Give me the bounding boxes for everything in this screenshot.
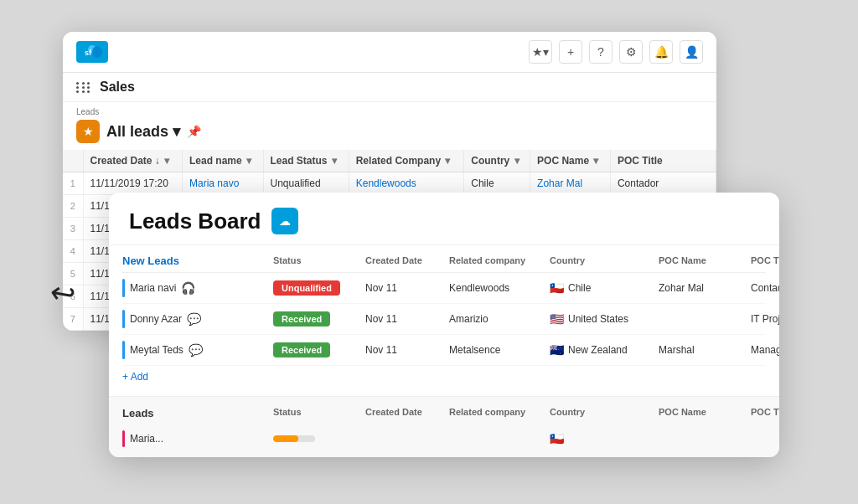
- lead-color-indicator: [122, 310, 125, 328]
- col-country[interactable]: Country ▾: [464, 150, 530, 172]
- created-date-cell: Nov 11: [365, 313, 449, 325]
- page-title-bar: ★ All leads ▾ 📌: [63, 120, 716, 150]
- cell-poc-name[interactable]: Zohar Mal: [530, 172, 611, 195]
- footer-section-label: Leads: [122, 407, 273, 420]
- add-row-button[interactable]: + Add: [122, 366, 766, 386]
- pin-icon[interactable]: 📌: [187, 125, 201, 138]
- leads-board-window: Leads Board ☁ New Leads Status Created D…: [109, 193, 779, 457]
- col-header-created-date: Created Date: [365, 255, 449, 265]
- col-header-status: Status: [273, 255, 365, 265]
- cell-related-company[interactable]: Kendlewoods: [349, 172, 464, 195]
- country-cell: 🇳🇿 New Zealand: [550, 343, 659, 357]
- board-footer: Leads Status Created Date Related compan…: [109, 396, 779, 457]
- board-title: Leads Board: [129, 208, 261, 234]
- status-cell: Unqualified: [273, 280, 365, 296]
- poc-title-cell: Contador: [751, 282, 779, 294]
- col-created-date[interactable]: Created Date ↓ ▾: [83, 150, 182, 172]
- message-icon[interactable]: 💬: [189, 343, 203, 357]
- footer-col-created-date: Created Date: [365, 407, 449, 424]
- nav-title: Sales: [100, 80, 135, 95]
- add-button[interactable]: +: [559, 40, 582, 64]
- poc-name-cell: Marshal: [659, 344, 751, 356]
- related-company-cell: Amarizio: [449, 313, 550, 325]
- board-header: Leads Board ☁: [109, 193, 779, 245]
- lead-name-cell: Donny Azar 💬: [122, 310, 273, 328]
- help-button[interactable]: ?: [589, 40, 612, 64]
- svg-text:sf: sf: [85, 49, 92, 57]
- country-cell: 🇨🇱 Chile: [550, 281, 659, 295]
- country-name: New Zealand: [568, 344, 628, 356]
- country-flag: 🇺🇸: [550, 312, 564, 326]
- footer-col-country: Country: [550, 407, 659, 424]
- row-number: 4: [63, 240, 83, 263]
- lead-name-cell: Maria navi 🎧: [122, 279, 273, 297]
- footer-col-related-company: Related company: [449, 407, 550, 424]
- star-button[interactable]: ★: [76, 120, 100, 143]
- country-flag: 🇨🇱: [550, 281, 564, 295]
- col-header-new-leads: New Leads: [122, 255, 273, 267]
- lead-name-cell: Meytal Teds 💬: [122, 341, 273, 359]
- settings-button[interactable]: ⚙: [619, 40, 643, 64]
- lead-color-indicator: [122, 279, 125, 297]
- status-badge: Received: [273, 311, 330, 327]
- footer-col-poc-name: POC Name: [659, 407, 751, 424]
- cell-created-date: 11/11/2019 17:20: [83, 172, 182, 195]
- board-row: Maria navi 🎧 Unqualified Nov 11 Kendlewo…: [122, 273, 766, 304]
- footer-col-poc-title: POC Title: [751, 407, 779, 424]
- salesforce-logo: sf: [76, 41, 108, 63]
- lead-name: Meytal Teds: [130, 344, 183, 356]
- col-row-num: [63, 150, 83, 172]
- table-header-row: Created Date ↓ ▾ Lead name ▾ Lead Status…: [63, 150, 716, 172]
- col-related-company[interactable]: Related Company ▾: [349, 150, 464, 172]
- status-cell: Received: [273, 342, 365, 357]
- col-poc-name[interactable]: POC Name ▾: [530, 150, 611, 172]
- country-flag: 🇳🇿: [550, 343, 564, 357]
- footer-preview-row: Maria... 🇨🇱: [122, 427, 766, 450]
- related-company-cell: Metalsence: [449, 344, 550, 356]
- country-name: United States: [568, 313, 628, 325]
- poc-name-cell: Zohar Mal: [659, 282, 751, 294]
- breadcrumb: Leads: [63, 102, 716, 120]
- board-row: Meytal Teds 💬 Received Nov 11 Metalsence…: [122, 335, 766, 366]
- favorites-button[interactable]: ★▾: [529, 40, 552, 64]
- lead-name: Donny Azar: [130, 313, 182, 325]
- footer-columns: Leads Status Created Date Related compan…: [122, 404, 766, 427]
- poc-title-cell: IT Project Manager: [751, 313, 779, 325]
- col-header-poc-title: POC Title: [751, 255, 779, 265]
- board-row: Donny Azar 💬 Received Nov 11 Amarizio 🇺🇸…: [122, 304, 766, 335]
- country-cell: 🇺🇸 United States: [550, 312, 659, 326]
- related-company-cell: Kendlewoods: [449, 282, 550, 294]
- created-date-cell: Nov 11: [365, 344, 449, 356]
- created-date-cell: Nov 11: [365, 282, 449, 294]
- status-badge: Unqualified: [273, 280, 340, 296]
- board-content: New Leads Status Created Date Related co…: [109, 245, 779, 396]
- lead-color-indicator: [122, 341, 125, 359]
- cell-country: Chile: [464, 172, 530, 195]
- poc-title-cell: Manager: [751, 344, 779, 356]
- col-lead-name[interactable]: Lead name ▾: [182, 150, 263, 172]
- svg-point-2: [92, 46, 102, 58]
- row-number: 2: [63, 195, 83, 218]
- message-icon[interactable]: 💬: [187, 312, 201, 326]
- country-name: Chile: [568, 282, 591, 294]
- status-cell: Received: [273, 311, 365, 327]
- header-icons: ★▾ + ? ⚙ 🔔 👤: [529, 40, 703, 64]
- col-poc-title[interactable]: POC Title: [610, 150, 716, 172]
- col-lead-status[interactable]: Lead Status ▾: [263, 150, 349, 172]
- lead-name: Maria navi: [130, 282, 176, 294]
- notifications-button[interactable]: 🔔: [649, 40, 673, 64]
- board-rows: Maria navi 🎧 Unqualified Nov 11 Kendlewo…: [122, 273, 766, 366]
- col-header-poc-name: POC Name: [659, 255, 751, 265]
- app-launcher-icon[interactable]: [76, 82, 91, 93]
- message-icon[interactable]: 🎧: [181, 281, 195, 295]
- row-number: 3: [63, 218, 83, 240]
- sf-nav: Sales: [63, 73, 716, 102]
- row-number: 1: [63, 172, 83, 195]
- cell-lead-status: Unqualified: [263, 172, 349, 195]
- user-avatar[interactable]: 👤: [680, 40, 703, 64]
- cell-lead-name[interactable]: Maria navo: [182, 172, 263, 195]
- footer-col-status: Status: [273, 407, 365, 424]
- board-column-headers: New Leads Status Created Date Related co…: [122, 245, 766, 273]
- sf-header: sf ★▾ + ? ⚙ 🔔 👤: [63, 32, 716, 73]
- board-cloud-icon: ☁: [271, 208, 298, 234]
